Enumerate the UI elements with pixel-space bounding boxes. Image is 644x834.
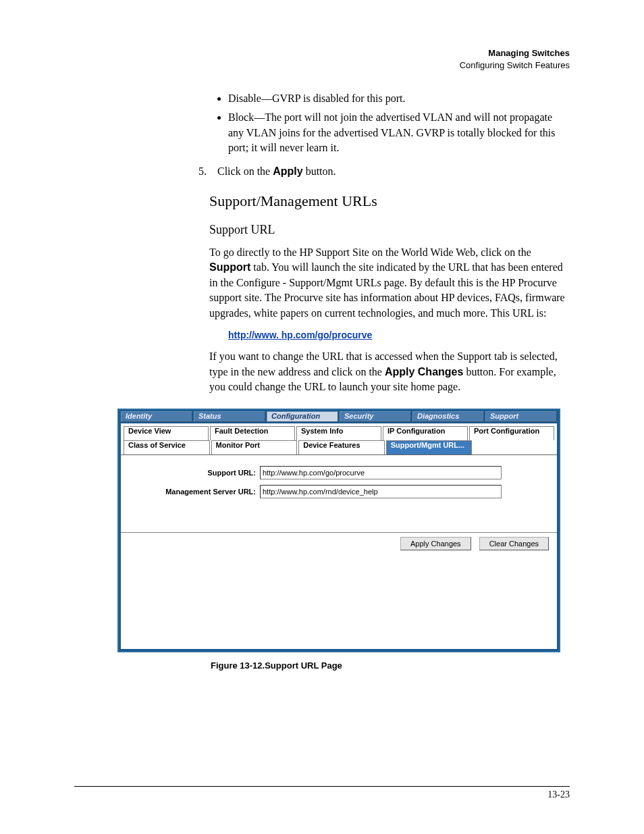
para-1: To go directly to the HP Support Site on…	[209, 245, 570, 321]
mgmt-url-label: Management Server URL:	[128, 488, 260, 496]
apply-changes-button[interactable]: Apply Changes	[400, 537, 471, 550]
body-content: Disable—GVRP is disabled for this port. …	[209, 91, 570, 394]
tab-diagnostics[interactable]: Diagnostics	[412, 411, 484, 422]
subtab-ip-configuration[interactable]: IP Configuration	[383, 426, 468, 440]
tab-status[interactable]: Status	[194, 411, 265, 422]
page-header: Managing Switches Configuring Switch Fea…	[74, 47, 570, 71]
subtab-port-configuration[interactable]: Port Configuration	[469, 426, 554, 440]
mgmt-url-input[interactable]	[260, 485, 502, 498]
page-footer: 13-23	[74, 786, 570, 800]
header-subtitle: Configuring Switch Features	[74, 59, 570, 72]
support-url-input[interactable]	[260, 466, 502, 479]
subtab-support-mgmt-url[interactable]: Support/Mgmt URL...	[386, 440, 473, 454]
figure-caption: Figure 13-12.Support URL Page	[211, 660, 560, 671]
subsection-heading: Support URL	[209, 221, 570, 238]
button-row: Apply Changes Clear Changes	[121, 532, 557, 554]
para-2: If you want to change the URL that is ac…	[209, 349, 570, 394]
form-area: Support URL: Management Server URL:	[121, 454, 557, 532]
step-5: 5. Click on the Apply button.	[198, 164, 570, 179]
subtab-row-1: Device View Fault Detection System Info …	[121, 423, 557, 440]
support-url-label: Support URL:	[128, 469, 260, 477]
subtab-fault-detection[interactable]: Fault Detection	[210, 426, 295, 440]
figure-screenshot: Identity Status Configuration Security D…	[117, 409, 560, 671]
tab-identity[interactable]: Identity	[121, 411, 192, 422]
subtab-device-view[interactable]: Device View	[124, 426, 209, 440]
header-title: Managing Switches	[74, 47, 570, 59]
section-heading: Support/Management URLs	[209, 191, 570, 212]
subtab-class-of-service[interactable]: Class of Service	[124, 440, 210, 454]
subtab-system-info[interactable]: System Info	[296, 426, 381, 440]
subtab-monitor-port[interactable]: Monitor Port	[211, 440, 298, 454]
procurve-link[interactable]: http://www. hp.com/go/procurve	[228, 329, 372, 342]
bullet-disable: Disable—GVRP is disabled for this port.	[228, 91, 570, 106]
tab-support[interactable]: Support	[485, 411, 557, 422]
blank-area	[121, 554, 557, 649]
subtab-row-2: Class of Service Monitor Port Device Fea…	[121, 440, 557, 454]
subtab-device-features[interactable]: Device Features	[298, 440, 385, 454]
main-tab-row: Identity Status Configuration Security D…	[119, 410, 559, 423]
bullet-block: Block—The port will not join the adverti…	[228, 110, 570, 155]
clear-changes-button[interactable]: Clear Changes	[479, 537, 549, 550]
tab-security[interactable]: Security	[340, 411, 411, 422]
page-number: 13-23	[547, 789, 570, 800]
tab-configuration[interactable]: Configuration	[267, 411, 338, 422]
